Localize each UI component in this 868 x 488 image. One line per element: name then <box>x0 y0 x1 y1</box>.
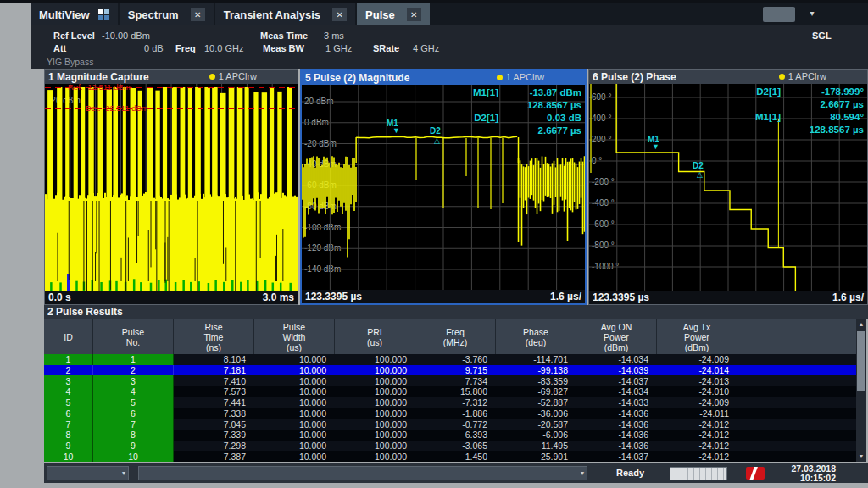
marker-readout: M1[1]-13.87 dBm 128.8567 µs D2[1]0.03 dB… <box>446 86 581 137</box>
pulse-magnitude-plot[interactable]: M1[1]-13.87 dBm 128.8567 µs D2[1]0.03 dB… <box>302 85 585 290</box>
column-header-phase[interactable]: Phase(deg) <box>496 319 576 354</box>
statusbar-message-dropdown[interactable]: ▾ <box>138 466 587 480</box>
grid-icon-cell <box>104 9 109 14</box>
table-row-3[interactable]: 337.41010.000100.0007.734-83.359-14.037-… <box>44 375 856 386</box>
column-header-rise[interactable]: RiseTime(ns) <box>174 319 254 354</box>
close-icon[interactable]: ✕ <box>407 8 421 21</box>
date-time: 27.03.2018 10:15:02 <box>791 464 836 483</box>
column-header-id[interactable]: ID <box>44 319 93 354</box>
panel-pulse-magnitude-header[interactable]: 5 Pulse (2) Magnitude 1 APClrw <box>302 71 585 85</box>
marker-value: 128.8567 µs <box>498 99 581 112</box>
trace-mode-label: 1 APClrw <box>788 71 826 81</box>
tab-transient-analysis[interactable]: Transient Analysis ✕ <box>215 3 355 25</box>
tab-spectrum[interactable]: Spectrum ✕ <box>120 3 214 25</box>
cell: 10.000 <box>254 375 335 386</box>
cell: 10.000 <box>254 451 335 462</box>
cell: 10.000 <box>254 397 335 408</box>
column-header-line: (dBm) <box>604 342 629 352</box>
cell: 7.441 <box>174 397 254 408</box>
column-header-line: No. <box>126 337 140 347</box>
cell: 7.410 <box>174 375 254 386</box>
cell: 100.000 <box>335 451 415 462</box>
cell: -24.009 <box>657 397 737 408</box>
cell: 25.901 <box>496 451 576 462</box>
marker-d2-flag[interactable]: D2 <box>430 126 441 136</box>
table-row-10[interactable]: 10107.38710.000100.0001.45025.901-14.037… <box>44 451 856 462</box>
table-row-9[interactable]: 997.29810.000100.000-3.06511.495-14.036-… <box>44 441 856 452</box>
column-header-line: Freq <box>446 327 465 337</box>
pulse-phase-plot[interactable]: D2[1]-178.999° 2.6677 µs M1[1]80.594° 12… <box>589 84 867 291</box>
column-header-avg-on[interactable]: Avg ONPower(dBm) <box>576 319 657 354</box>
grid-icon-cell <box>104 15 109 20</box>
table-row-8[interactable]: 887.33910.000100.0006.393-6.006-14.036-2… <box>44 430 856 441</box>
table-row-6[interactable]: 667.33810.000100.000-1.886-36.006-14.036… <box>44 408 856 419</box>
column-header-spacer[interactable] <box>737 319 856 354</box>
column-header-pulse[interactable]: PulseNo. <box>93 319 174 354</box>
close-icon[interactable]: ✕ <box>332 8 347 21</box>
cell: -20.587 <box>496 419 576 430</box>
scrollbar-thumb[interactable] <box>857 331 865 391</box>
cell: 7 <box>93 419 174 430</box>
marker-m1-icon[interactable]: ▼ <box>392 127 400 135</box>
column-header-pri[interactable]: PRI(us) <box>335 319 415 354</box>
scroll-up-icon[interactable]: ▲ <box>856 319 866 330</box>
table-row-4[interactable]: 447.57310.000100.00015.800-69.827-14.034… <box>44 386 856 397</box>
column-header-pulse[interactable]: PulseWidth(us) <box>254 319 335 354</box>
x-axis-bar: 0.0 s 3.0 ms <box>45 291 298 304</box>
column-header-line: ID <box>64 332 73 342</box>
panel-pulse-magnitude[interactable]: 5 Pulse (2) Magnitude 1 APClrw M1[1]-13.… <box>300 69 587 305</box>
cell: -99.138 <box>496 365 576 376</box>
status-bar: ▾ ▾ Ready 27.03.2018 10:15:02 <box>44 463 868 483</box>
marker-value: 0.03 dB <box>498 112 581 125</box>
x-axis-bar: 123.3395 µs 1.6 µs/ <box>302 290 585 303</box>
tabbar-dropdown-icon[interactable]: ▾ <box>805 7 819 20</box>
column-header-avg-tx[interactable]: Avg TxPower(dBm) <box>657 319 737 354</box>
marker-d2-icon[interactable]: △ <box>697 171 703 179</box>
pulse-results-title: 2 Pulse Results <box>44 305 868 319</box>
marker-name: D2[1] <box>446 112 498 125</box>
marker-d2-flag[interactable]: D2 <box>693 161 704 170</box>
fsw-screen: { "icons": { "close": "✕", "caret_down":… <box>0 0 868 488</box>
rohde-schwarz-logo <box>746 467 765 480</box>
magnitude-capture-plot[interactable]: -20 dBm Ref. -12.511 dBm Det. -22.511 dB… <box>45 84 298 291</box>
table-row-1[interactable]: 118.10410.000100.000-3.760-114.701-14.03… <box>44 354 856 365</box>
cell: 10.000 <box>254 441 335 452</box>
tab-multiview-label: MultiView <box>39 8 90 21</box>
marker-value: 2.6677 µs <box>498 125 581 137</box>
x-axis-scale: 1.6 µs/ <box>550 291 581 302</box>
table-row-2[interactable]: 227.18110.000100.0009.715-99.138-14.039-… <box>44 365 856 376</box>
cell: 10.000 <box>254 408 335 419</box>
ref-level-value: -10.00 dBm <box>102 30 150 41</box>
marker-d2-icon[interactable]: △ <box>434 137 440 145</box>
marker-name: M1[1] <box>446 86 498 99</box>
cell: -3.760 <box>415 354 496 365</box>
cell-spacer <box>737 375 856 386</box>
panel-pulse-phase-header[interactable]: 6 Pulse (2) Phase 1 APClrw <box>589 70 867 84</box>
single-sweep-indicator: SGL <box>812 30 832 41</box>
table-row-7[interactable]: 777.04510.000100.000-0.772-20.587-14.036… <box>44 419 856 430</box>
close-icon[interactable]: ✕ <box>191 8 205 21</box>
table-row-5[interactable]: 557.44110.000100.000-7.312-52.887-14.033… <box>44 397 856 408</box>
scroll-down-icon[interactable]: ▼ <box>856 452 866 462</box>
ref-line-label: Ref. -12.511 dBm <box>68 84 131 92</box>
panel-magnitude-capture[interactable]: 1 Magnitude Capture 1 APClrw -20 dBm Ref… <box>44 69 298 305</box>
column-header-freq[interactable]: Freq(MHz) <box>415 319 496 354</box>
table-scrollbar[interactable]: ▲ ▼ <box>856 319 866 462</box>
cell: 2 <box>44 365 93 376</box>
marker-m1-icon[interactable]: ▼ <box>652 143 659 151</box>
tab-pulse[interactable]: Pulse ✕ <box>357 3 430 25</box>
cell: 10 <box>44 451 93 462</box>
cell: 9 <box>93 441 174 452</box>
tab-multiview[interactable]: MultiView <box>31 3 118 25</box>
meas-bw-label: Meas BW <box>263 43 304 53</box>
cell: 10.000 <box>254 430 335 441</box>
column-header-line: Phase <box>523 327 548 337</box>
x-axis-start: 123.3395 µs <box>305 291 362 302</box>
panel-pulse-phase[interactable]: 6 Pulse (2) Phase 1 APClrw D2[1]-178.999… <box>588 69 868 305</box>
cell: 8 <box>93 430 174 441</box>
cell: -7.312 <box>415 397 496 408</box>
statusbar-dropdown-left[interactable]: ▾ <box>47 466 129 480</box>
tabbar-blank-button[interactable] <box>763 7 795 22</box>
meas-time-label: Meas Time <box>260 30 308 41</box>
panel-magnitude-capture-header[interactable]: 1 Magnitude Capture 1 APClrw <box>45 70 298 84</box>
